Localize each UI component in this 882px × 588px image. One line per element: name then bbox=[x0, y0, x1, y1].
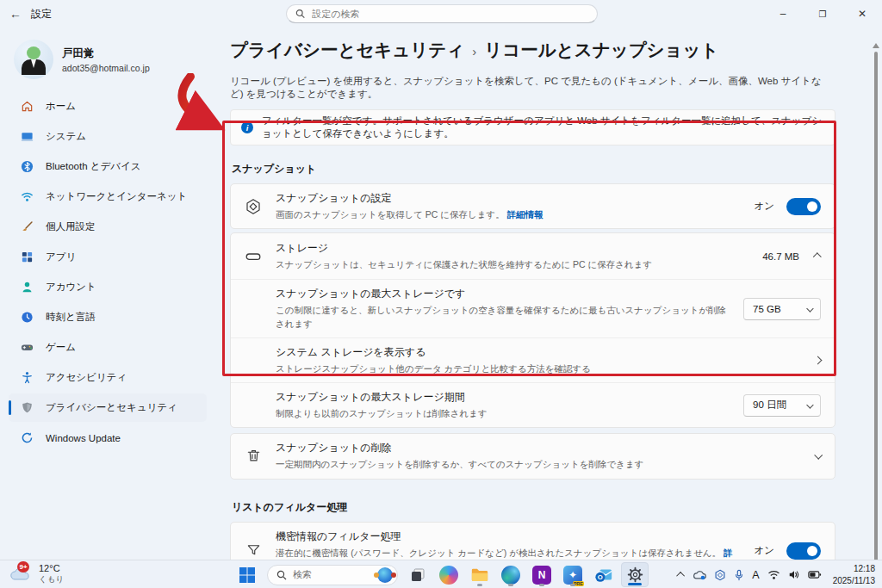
taskbar: 9+ 12°C くもり 検索 bbox=[0, 560, 882, 588]
back-button[interactable]: ← bbox=[0, 7, 31, 21]
chevron-down-icon bbox=[806, 305, 813, 312]
blue-app-icon: ✦PRE bbox=[563, 566, 582, 585]
info-icon: i bbox=[241, 121, 253, 133]
account-icon bbox=[20, 281, 34, 294]
sidebar-item-label: アクセシビリティ bbox=[46, 371, 127, 384]
copilot-icon bbox=[439, 566, 458, 585]
sidebar-item-label: ゲーム bbox=[46, 341, 76, 354]
minimize-button[interactable]: – bbox=[763, 0, 803, 28]
restore-button[interactable]: ❐ bbox=[803, 0, 842, 28]
max-period-row: スナップショットの最大ストレージ期間 制限よりも以前のスナップショットは削除され… bbox=[231, 382, 835, 427]
home-icon bbox=[20, 100, 34, 114]
user-account-block[interactable]: 戸田覚 adot35@hotmail.co.jp bbox=[14, 40, 203, 79]
taskbar-search-box[interactable]: 検索 bbox=[267, 565, 398, 585]
battery-icon[interactable] bbox=[808, 570, 822, 579]
file-explorer-icon bbox=[470, 566, 489, 585]
sidebar-item-gaming[interactable]: ゲーム bbox=[9, 333, 207, 362]
outlook-button[interactable]: O bbox=[590, 562, 618, 587]
blue-app-button[interactable]: ✦PRE bbox=[559, 562, 587, 587]
weather-condition: くもり bbox=[39, 574, 64, 585]
window-controls: – ❐ ✕ bbox=[763, 0, 882, 28]
sidebar-item-accessibility[interactable]: アクセシビリティ bbox=[9, 363, 207, 392]
ime-mode-indicator[interactable]: A bbox=[752, 569, 759, 581]
sidebar-item-network-internet[interactable]: ネットワークとインターネット bbox=[9, 183, 207, 211]
sidebar-item-system[interactable]: システム bbox=[9, 122, 207, 151]
onenote-button[interactable]: N bbox=[528, 562, 556, 587]
wifi-status-icon[interactable] bbox=[767, 570, 780, 580]
start-button[interactable] bbox=[233, 562, 261, 587]
section-title-filter: リストのフィルター処理 bbox=[232, 500, 882, 515]
sidebar-item-label: システム bbox=[46, 130, 86, 143]
widgets-button[interactable]: 9+ 12°C くもり bbox=[9, 563, 64, 585]
windows-logo-icon bbox=[239, 566, 256, 584]
tray-expand-icon[interactable] bbox=[679, 572, 685, 578]
sidebar-item-label: プライバシーとセキュリティ bbox=[46, 401, 177, 414]
sidebar-item-label: Windows Update bbox=[46, 433, 121, 443]
row-description: ストレージスナップショット他のデータ カテゴリと比較する方法を確認する bbox=[276, 362, 801, 375]
settings-search-input[interactable] bbox=[312, 9, 588, 19]
copilot-button[interactable] bbox=[435, 562, 463, 587]
weather-temperature: 12°C bbox=[39, 563, 64, 573]
taskbar-clock[interactable]: 12:18 2025/11/13 bbox=[833, 563, 875, 586]
system-storage-row[interactable]: システム ストレージを表示する ストレージスナップショット他のデータ カテゴリと… bbox=[231, 337, 835, 382]
sidebar-item-apps[interactable]: アプリ bbox=[9, 243, 207, 271]
sidebar-item-label: 個人用設定 bbox=[46, 220, 96, 233]
breadcrumb-parent[interactable]: プライバシーとセキュリティ bbox=[230, 38, 464, 62]
storage-expander-row[interactable]: ストレージ スナップショットは、セキュリティに保護された状態を維持するために P… bbox=[231, 233, 835, 279]
sidebar-item-label: Bluetooth とデバイス bbox=[46, 160, 141, 173]
breadcrumb: プライバシーとセキュリティ › リコールとスナップショット bbox=[230, 38, 882, 62]
outlook-icon: O bbox=[594, 566, 613, 585]
learn-more-link[interactable]: 詳細情報 bbox=[507, 209, 543, 220]
delete-snapshots-card: スナップショットの削除 一定期間内のスナップショットを削除するか、すべてのスナッ… bbox=[230, 433, 835, 479]
delete-snapshots-row[interactable]: スナップショットの削除 一定期間内のスナップショットを削除するか、すべてのスナッ… bbox=[231, 434, 835, 478]
task-view-icon bbox=[409, 566, 426, 584]
app-title: 設定 bbox=[31, 7, 52, 22]
microphone-icon[interactable] bbox=[734, 569, 744, 581]
close-button[interactable]: ✕ bbox=[842, 0, 882, 28]
max-period-dropdown[interactable]: 90 日間 bbox=[743, 394, 821, 417]
running-indicator bbox=[477, 584, 482, 586]
scrollbar[interactable] bbox=[874, 52, 878, 581]
sidebar-item-personalization[interactable]: 個人用設定 bbox=[9, 213, 207, 241]
sidebar-item-privacy-security[interactable]: プライバシーとセキュリティ bbox=[9, 393, 207, 422]
sidebar-item-time-language[interactable]: 時刻と言語 bbox=[9, 303, 207, 331]
active-indicator bbox=[628, 583, 642, 585]
scrollbar-up-arrow[interactable] bbox=[873, 43, 879, 48]
row-title: スナップショットの最大ストレージ期間 bbox=[276, 390, 730, 405]
search-highlight-icon bbox=[377, 567, 393, 583]
sidebar-item-home[interactable]: ホーム bbox=[9, 92, 207, 121]
file-explorer-button[interactable] bbox=[466, 562, 494, 587]
settings-gear-icon bbox=[627, 566, 643, 583]
brush-icon bbox=[20, 220, 34, 234]
storage-card: ストレージ スナップショットは、セキュリティに保護された状態を維持するために P… bbox=[230, 232, 835, 428]
sidebar-item-bluetooth-devices[interactable]: Bluetooth とデバイス bbox=[9, 152, 207, 181]
row-description: この制限に達すると、新しいスナップショットの空き容量を確保するために最も古いスナ… bbox=[276, 304, 730, 330]
row-title: ストレージ bbox=[276, 241, 748, 256]
funnel-icon bbox=[245, 542, 262, 560]
sidebar-item-accounts[interactable]: アカウント bbox=[9, 273, 207, 301]
volume-icon[interactable] bbox=[788, 569, 800, 580]
dropdown-value: 90 日間 bbox=[753, 399, 786, 412]
taskbar-search-placeholder: 検索 bbox=[293, 568, 371, 581]
sensitive-filter-toggle[interactable] bbox=[786, 542, 821, 560]
settings-button[interactable] bbox=[621, 562, 649, 587]
svg-text:O: O bbox=[598, 573, 603, 581]
onedrive-icon[interactable] bbox=[693, 569, 706, 580]
storage-icon bbox=[245, 248, 262, 265]
settings-search-box[interactable] bbox=[286, 4, 598, 23]
edge-button[interactable] bbox=[497, 562, 525, 587]
snapshot-toggle[interactable] bbox=[786, 198, 821, 215]
page-description: リコール (プレビュー) を使用すると、スナップショットを検索して、PC で見た… bbox=[230, 75, 833, 101]
max-storage-dropdown[interactable]: 75 GB bbox=[743, 298, 821, 320]
chevron-up-icon bbox=[813, 253, 822, 262]
notification-badge: 9+ bbox=[17, 561, 29, 573]
wifi-icon bbox=[20, 190, 34, 204]
recall-hexagon-icon[interactable] bbox=[714, 569, 726, 581]
task-view-button[interactable] bbox=[404, 562, 432, 587]
clock-icon bbox=[20, 311, 34, 325]
sidebar-item-label: ネットワークとインターネット bbox=[46, 190, 187, 203]
titlebar: ← 設定 – ❐ ✕ bbox=[0, 0, 882, 28]
onenote-icon: N bbox=[532, 566, 551, 585]
sidebar-item-windows-update[interactable]: Windows Update bbox=[9, 424, 207, 452]
row-description: 制限よりも以前のスナップショットは削除されます bbox=[276, 407, 730, 420]
